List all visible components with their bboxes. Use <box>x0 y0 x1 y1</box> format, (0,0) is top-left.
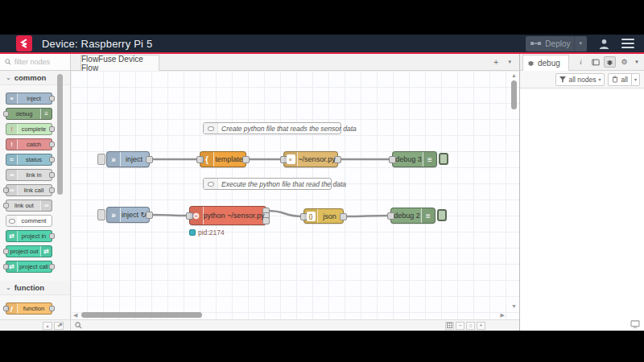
add-flow-button[interactable]: + <box>493 57 498 67</box>
palette-scroll-down-icon[interactable]: ▼ <box>58 322 64 327</box>
debug-toggle-button[interactable] <box>437 209 447 221</box>
clear-messages-group: all ▾ <box>608 73 640 86</box>
node-label: debug 2 <box>391 208 435 223</box>
wire[interactable] <box>344 216 390 216</box>
debug-tab-button[interactable] <box>604 56 616 68</box>
deploy-icon <box>530 39 541 47</box>
wires-layer <box>71 71 519 319</box>
palette-node-label: complete <box>6 124 52 134</box>
zoom-out-button[interactable]: − <box>456 322 464 330</box>
flow-node-inject2[interactable]: »inject ↻ <box>106 207 150 223</box>
palette-node-project-out[interactable]: ⇄project out <box>6 245 52 257</box>
flow-node-debug3[interactable]: ≡debug 3 <box>392 151 437 167</box>
search-flows-icon[interactable] <box>75 322 82 329</box>
node-label: ~/sensor.py <box>284 152 337 167</box>
header-actions: Deploy ▾ <box>526 36 634 51</box>
comment-bubble-icon <box>204 123 218 134</box>
bug-icon <box>606 59 613 66</box>
palette-node-project-call[interactable]: ⇄project call <box>6 261 52 273</box>
palette-scrollbar[interactable] <box>57 74 63 195</box>
navigator-icon[interactable] <box>445 322 454 330</box>
tab-debug[interactable]: debug <box>522 55 569 71</box>
scroll-left-icon[interactable]: ◀ <box>73 312 77 319</box>
flow-node-exec[interactable]: ⚙python ~/sensor.py <box>189 206 266 225</box>
deploy-button[interactable]: Deploy ▾ <box>526 36 587 51</box>
palette-node-label: comment <box>6 216 52 226</box>
wire[interactable] <box>150 215 189 216</box>
debug-tab-label: debug <box>538 59 560 68</box>
inject-button[interactable] <box>97 154 105 165</box>
palette-search[interactable]: filter nodes <box>0 54 71 71</box>
palette-node-complete[interactable]: !complete <box>6 123 52 135</box>
comment-text: Execute the python file that read the da… <box>221 179 328 189</box>
palette-category-function[interactable]: ⌄function <box>0 281 70 295</box>
flow-node-json[interactable]: {}json <box>303 208 344 224</box>
search-icon <box>5 59 11 65</box>
sidebar-menu-chevron-icon[interactable]: ▾ <box>633 56 641 68</box>
flow-canvas[interactable]: Create python file that reads the sensor… <box>71 71 519 331</box>
zoom-reset-button[interactable]: ○ <box>466 322 475 330</box>
menu-icon[interactable] <box>621 39 634 48</box>
open-console-icon[interactable] <box>630 320 640 328</box>
debug-toggle-button[interactable] <box>439 153 448 165</box>
palette-node-label: catch <box>6 139 52 150</box>
sidebar-tab-buttons: i ⚙ ▾ <box>575 56 641 68</box>
list-flows-button[interactable]: ▾ <box>508 59 511 65</box>
palette-node-label: project out <box>6 246 52 257</box>
palette-node-label: function <box>6 303 52 314</box>
canvas-footer: − ○ + <box>71 319 519 331</box>
flow-node-debug2[interactable]: ≡debug 2 <box>390 208 436 224</box>
debug-messages-list[interactable] <box>520 88 644 331</box>
status-dot-icon <box>189 229 196 236</box>
flow-node-template[interactable]: {template <box>200 151 246 167</box>
node-label: inject ↻ <box>107 208 149 222</box>
filter-icon <box>559 76 566 83</box>
scroll-up-icon[interactable]: ▲ <box>511 72 517 78</box>
config-nodes-tab-button[interactable]: ⚙ <box>618 56 630 68</box>
debug-sidebar: all nodes ▾ all ▾ <box>519 71 644 331</box>
inject-button[interactable] <box>97 209 105 220</box>
filter-nodes-button[interactable]: all nodes ▾ <box>555 73 605 86</box>
page-title: Device: Raspberry Pi 5 <box>42 38 152 50</box>
palette-node-function[interactable]: ƒfunction <box>6 302 52 315</box>
zoom-in-button[interactable]: + <box>477 322 485 330</box>
palette-category-label: common <box>14 73 47 82</box>
palette-node-label: link in <box>6 170 52 180</box>
scroll-down-icon[interactable]: ▼ <box>511 303 517 309</box>
workspace-tabbar: FlowFuse Device Flow + ▾ <box>71 54 519 71</box>
palette-node-debug[interactable]: ≡debug <box>6 108 52 120</box>
node-status: pid:2174 <box>189 228 225 237</box>
flow-node-inject1[interactable]: »inject <box>106 151 150 167</box>
tab-row: filter nodes FlowFuse Device Flow + ▾ de… <box>0 54 644 71</box>
comment-node[interactable]: Execute the python file that read the da… <box>203 178 332 190</box>
palette-node-link-in[interactable]: ∞link in <box>6 169 52 181</box>
palette-node-catch[interactable]: !catch <box>6 138 52 150</box>
palette-category-list: ƒfunction <box>0 295 70 319</box>
palette-category-label: function <box>14 283 44 292</box>
flow-node-file[interactable]: ≡~/sensor.py <box>283 151 338 167</box>
palette-node-inject[interactable]: »inject <box>6 93 52 105</box>
palette-node-status[interactable]: ≈status <box>6 154 52 166</box>
scroll-right-icon[interactable]: ▶ <box>501 312 505 319</box>
wire[interactable] <box>266 211 303 216</box>
horizontal-scrollbar-thumb[interactable] <box>81 312 202 318</box>
palette-node-project-in[interactable]: ⇄project in <box>6 230 52 242</box>
tab-flowfuse-device-flow[interactable]: FlowFuse Device Flow <box>80 55 159 71</box>
palette-node-link-call[interactable]: ∞link call <box>6 184 52 196</box>
clear-options-chevron[interactable]: ▾ <box>632 73 640 86</box>
vertical-scrollbar-thumb[interactable] <box>511 80 517 109</box>
comment-node[interactable]: Create python file that reads the sensor… <box>203 122 341 134</box>
user-icon[interactable] <box>598 38 610 50</box>
palette-node-link-out[interactable]: ∞link out <box>6 200 52 212</box>
palette-search-placeholder: filter nodes <box>14 58 50 66</box>
deploy-chevron-icon[interactable]: ▾ <box>579 40 582 47</box>
palette-collapse-all-button[interactable]: ▲ <box>43 322 52 330</box>
palette: ⌄common»inject≡debug!complete!catch≈stat… <box>0 71 71 331</box>
filter-nodes-label: all nodes <box>568 76 596 84</box>
horizontal-scrollbar: ◀ ▶ <box>71 311 519 319</box>
palette-node-comment[interactable]: comment <box>6 215 52 227</box>
help-tab-button[interactable] <box>589 56 601 68</box>
info-tab-button[interactable]: i <box>575 56 587 68</box>
node-label: inject <box>107 152 149 167</box>
clear-all-button[interactable]: all <box>608 73 632 86</box>
